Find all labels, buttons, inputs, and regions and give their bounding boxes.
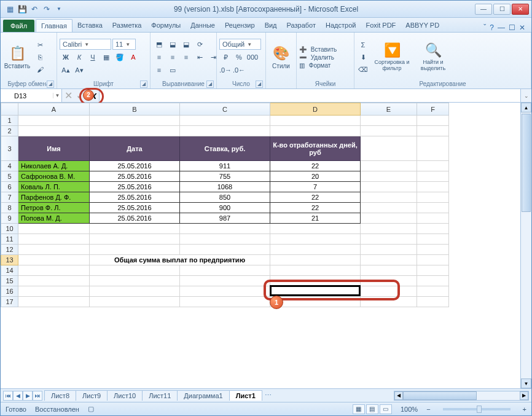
horizontal-scrollbar[interactable]: ◀ ▶ [394, 391, 529, 401]
data-cell[interactable]: 21 [270, 213, 361, 224]
cell[interactable] [361, 297, 417, 307]
align-left-icon[interactable]: ≡ [153, 52, 165, 63]
clipboard-dialog-launcher[interactable]: ◢ [47, 80, 54, 88]
cell[interactable] [361, 255, 417, 265]
cell[interactable] [417, 276, 449, 286]
cell[interactable] [361, 286, 417, 297]
cell[interactable] [270, 116, 361, 126]
increase-decimal-icon[interactable]: .0→ [219, 65, 232, 76]
column-header[interactable]: E [361, 103, 417, 116]
increase-font-icon[interactable]: A▴ [60, 65, 72, 76]
decrease-font-icon[interactable]: A▾ [73, 65, 85, 76]
cell[interactable] [361, 161, 417, 171]
cell[interactable] [361, 224, 417, 234]
sheet-tabs-more-icon[interactable]: ⋯ [262, 391, 274, 399]
vertical-scrollbar[interactable]: ▲ ▼ [520, 103, 531, 388]
row-header[interactable]: 14 [1, 265, 18, 276]
sheet-tab[interactable]: Лист10 [107, 390, 143, 401]
scroll-thumb[interactable] [522, 114, 531, 212]
row-header[interactable]: 6 [1, 182, 18, 192]
data-cell[interactable]: 25.05.2016 [90, 192, 180, 203]
cell[interactable] [180, 286, 270, 297]
zoom-slider[interactable] [443, 408, 510, 410]
cell[interactable] [361, 171, 417, 182]
cell[interactable] [90, 126, 180, 136]
cell[interactable] [270, 224, 361, 234]
styles-button[interactable]: 🎨 Стили [268, 37, 294, 77]
font-size-combo[interactable]: 11▼ [112, 39, 136, 50]
cell[interactable] [417, 126, 449, 136]
cut-icon[interactable]: ✂ [34, 39, 46, 50]
sheet-tab[interactable]: Лист1 [229, 390, 262, 401]
cell[interactable] [18, 126, 90, 136]
sheet-tab[interactable]: Лист11 [142, 390, 178, 401]
cell[interactable] [90, 245, 180, 255]
ribbon-tab-главная[interactable]: Главная [36, 19, 72, 32]
cell[interactable] [270, 234, 361, 245]
column-header[interactable]: D [270, 103, 361, 116]
table-header-cell[interactable]: Имя [18, 136, 90, 161]
column-header[interactable]: F [417, 103, 449, 116]
merge-button[interactable]: ▭ [166, 65, 179, 76]
zoom-level[interactable]: 100% [401, 406, 418, 413]
data-cell[interactable]: 25.05.2016 [90, 171, 180, 182]
ribbon-tab-вставка[interactable]: Вставка [72, 19, 108, 32]
data-cell[interactable]: 755 [180, 171, 270, 182]
cell[interactable] [18, 245, 90, 255]
name-cell[interactable]: Сафронова В. М. [18, 171, 90, 182]
scroll-down-icon[interactable]: ▼ [521, 379, 531, 388]
cell[interactable] [180, 276, 270, 286]
undo-icon[interactable]: ↶ [29, 4, 40, 15]
cell[interactable] [90, 286, 180, 297]
cell[interactable] [361, 136, 417, 161]
row-header[interactable]: 11 [1, 234, 18, 245]
sheet-tab[interactable]: Диаграмма1 [177, 390, 229, 401]
align-middle-icon[interactable]: ⬓ [166, 39, 179, 50]
cell[interactable] [417, 192, 449, 203]
row-header[interactable]: 4 [1, 161, 18, 171]
cancel-icon[interactable]: ✕ [65, 90, 72, 101]
row-header[interactable]: 5 [1, 171, 18, 182]
row-header[interactable]: 9 [1, 213, 18, 224]
cell[interactable] [180, 265, 270, 276]
clear-icon[interactable]: ⌫ [357, 64, 369, 75]
ribbon-tab-разработ[interactable]: Разработ [282, 19, 321, 32]
redo-icon[interactable]: ↷ [41, 4, 52, 15]
copy-icon[interactable]: ⎘ [34, 52, 46, 63]
cell[interactable] [417, 224, 449, 234]
cell[interactable] [270, 276, 361, 286]
total-label-cell[interactable]: Общая сумма выплат по предприятию [90, 255, 270, 265]
column-header[interactable]: B [90, 103, 180, 116]
cell[interactable] [180, 245, 270, 255]
close-button[interactable]: ✕ [512, 4, 529, 15]
cell[interactable] [90, 116, 180, 126]
indent-dec-icon[interactable]: ⇤ [194, 52, 206, 63]
cell[interactable] [90, 265, 180, 276]
data-cell[interactable]: 25.05.2016 [90, 182, 180, 192]
cell[interactable] [417, 161, 449, 171]
sheet-tab[interactable]: Лист8 [44, 390, 76, 401]
cell[interactable] [18, 255, 90, 265]
zoom-slider-handle[interactable] [477, 406, 482, 413]
column-header[interactable]: A [18, 103, 90, 116]
row-header[interactable]: 8 [1, 203, 18, 213]
page-layout-view-icon[interactable]: ▤ [366, 404, 378, 414]
cell[interactable] [417, 182, 449, 192]
cell[interactable] [417, 116, 449, 126]
name-cell[interactable]: Парфенов Д. Ф. [18, 192, 90, 203]
row-header[interactable]: 15 [1, 276, 18, 286]
cell[interactable] [417, 171, 449, 182]
cell[interactable] [417, 245, 449, 255]
formula-bar-input[interactable] [99, 89, 520, 102]
qat-dropdown-icon[interactable]: ▼ [53, 4, 65, 15]
decrease-decimal-icon[interactable]: .0← [233, 65, 245, 76]
normal-view-icon[interactable]: ▦ [353, 404, 365, 414]
align-top-icon[interactable]: ⬒ [153, 39, 165, 50]
cell[interactable] [18, 265, 90, 276]
insert-cells-button[interactable]: ➕ Вставить [299, 46, 337, 53]
find-select-button[interactable]: 🔍 Найти и выделить [415, 37, 452, 77]
cell[interactable] [90, 224, 180, 234]
data-cell[interactable]: 911 [180, 161, 270, 171]
row-header[interactable]: 10 [1, 224, 18, 234]
wrap-text-button[interactable]: ≡ [153, 65, 165, 76]
